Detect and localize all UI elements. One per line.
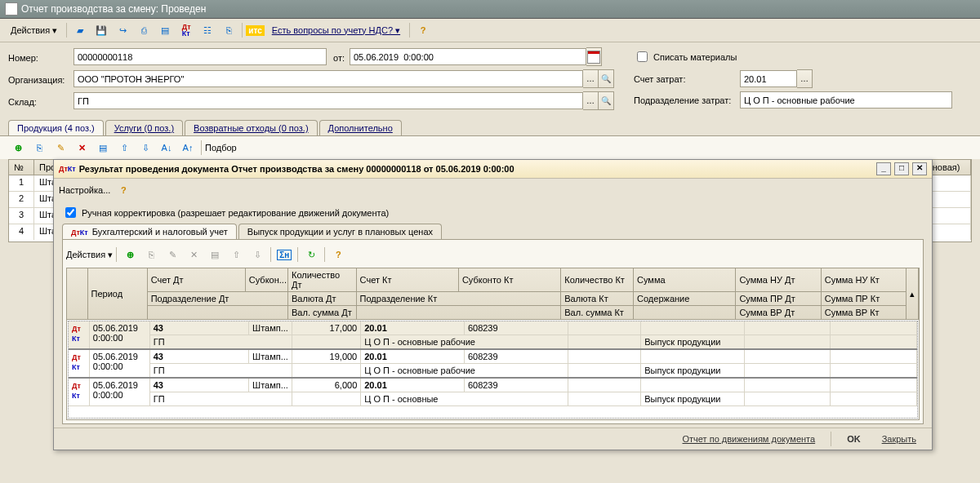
edit-row-button[interactable]: ✎ [51, 138, 70, 157]
dtkt-icon: ДтКт [71, 229, 88, 236]
link-button[interactable]: ⎘ [219, 20, 238, 40]
sort-asc-button[interactable]: A↓ [157, 138, 176, 157]
modal-edit-button[interactable]: ✎ [163, 245, 182, 264]
sort-desc-button[interactable]: A↑ [178, 138, 198, 157]
help-button-modal[interactable]: ? [114, 180, 133, 200]
number-field[interactable] [74, 48, 327, 65]
copy-row-button[interactable]: ⎘ [29, 138, 49, 157]
modal-add-button[interactable]: ⊕ [120, 245, 140, 264]
ok-button[interactable]: OK [840, 432, 868, 446]
col-vr-kt[interactable]: Сумма ВР Кт [821, 306, 906, 320]
title-text: Отчет производства за смену: Проведен [21, 3, 206, 15]
basis-button[interactable]: ▤ [155, 20, 175, 40]
date-field[interactable] [350, 48, 586, 65]
col-sum[interactable]: Сумма [634, 268, 736, 292]
modal-sum-button[interactable]: Σн [274, 245, 294, 264]
col-val-dt[interactable]: Валюта Дт [288, 292, 357, 306]
help-button[interactable]: ? [413, 20, 433, 40]
dept-field[interactable] [740, 91, 952, 109]
tab-extra[interactable]: Дополнительно [319, 120, 402, 135]
dtkt-button[interactable]: ДтКт [176, 20, 196, 40]
writeoff-label: Списать материалы [653, 52, 737, 62]
col-dept-dt[interactable]: Подразделение Дт [147, 292, 287, 306]
col-pr-dt[interactable]: Сумма ПР Дт [736, 292, 821, 306]
col-qty-dt[interactable]: Количество Дт [288, 268, 357, 292]
select-button[interactable]: Подбор [205, 143, 237, 153]
org-select-button[interactable]: … [583, 69, 599, 88]
struct-button[interactable]: ☷ [198, 20, 217, 40]
move-up-button[interactable]: ⇧ [114, 138, 134, 157]
tab-returns[interactable]: Возвратные отходы (0 поз.) [185, 120, 318, 135]
org-label: Организация: [8, 73, 74, 85]
save-button[interactable]: 💾 [91, 20, 111, 40]
tab-services[interactable]: Услуги (0 поз.) [105, 120, 183, 135]
col-pr-kt[interactable]: Сумма ПР Кт [821, 292, 906, 306]
result-title-text: Результат проведения документа Отчет про… [79, 164, 514, 174]
sklad-open-button[interactable]: 🔍 [599, 91, 614, 110]
close-button[interactable]: ✕ [912, 162, 927, 175]
main-tabs: Продукция (4 поз.) Услуги (0 поз.) Возвр… [0, 118, 980, 135]
col-val-kt[interactable]: Валюта Кт [561, 292, 634, 306]
dtkt-icon: ДтКт [72, 353, 81, 371]
modal-up-button[interactable]: ⇧ [226, 245, 246, 264]
modal-clear-button[interactable]: ▤ [205, 245, 225, 264]
print-button[interactable]: ⎙ [134, 20, 154, 40]
col-sub-kt[interactable]: Субконто Кт [458, 268, 560, 292]
writeoff-checkbox[interactable] [637, 51, 648, 62]
posting-row[interactable]: ДтКт 05.06.20190:00:00 43 Штамп... 6,000… [69, 378, 917, 392]
modal-actions-menu[interactable]: Действия ▾ [66, 250, 113, 260]
manual-edit-checkbox[interactable] [65, 207, 76, 218]
modal-help-button[interactable]: ? [328, 245, 348, 264]
posting-row[interactable]: ГП Ц О П - основные рабочие Выпуск проду… [69, 364, 917, 379]
col-vr-dt[interactable]: Сумма ВР Дт [736, 306, 821, 320]
posting-row[interactable]: ГП Ц О П - основные рабочие Выпуск проду… [69, 335, 917, 350]
col-kt[interactable]: Счет Кт [356, 268, 458, 292]
report-link[interactable]: Отчет по движениям документа [675, 432, 823, 446]
cost-account-select-button[interactable]: … [797, 69, 813, 88]
date-picker-button[interactable] [586, 47, 602, 66]
new-doc-button[interactable]: ▰ [70, 20, 90, 40]
modal-delete-button[interactable]: ✕ [184, 245, 203, 264]
org-open-button[interactable]: 🔍 [599, 69, 614, 88]
dtkt-icon: ДтКт [72, 325, 81, 343]
move-down-button[interactable]: ⇩ [136, 138, 155, 157]
col-nu-dt[interactable]: Сумма НУ Дт [736, 268, 821, 292]
modal-down-button[interactable]: ⇩ [247, 245, 267, 264]
col-nu-kt[interactable]: Сумма НУ Кт [821, 268, 906, 292]
modal-refresh-button[interactable]: ↻ [301, 245, 321, 264]
add-row-button[interactable]: ⊕ [8, 138, 28, 157]
cost-account-field[interactable] [740, 70, 797, 87]
tab-products[interactable]: Продукция (4 поз.) [8, 120, 104, 135]
col-qty-kt[interactable]: Количество Кт [561, 268, 634, 292]
dtkt-icon: ДтКт [72, 382, 81, 400]
delete-row-button[interactable]: ✕ [72, 138, 91, 157]
goto-button[interactable]: ↪ [113, 20, 132, 40]
posting-row[interactable]: ДтКт 05.06.20190:00:00 43 Штамп... 19,00… [69, 349, 917, 364]
clear-button[interactable]: ▤ [93, 138, 113, 157]
tab-accounting[interactable]: ДтКт Бухгалтерский и налоговый учет [62, 224, 237, 239]
scroll-up[interactable]: ▴ [906, 268, 919, 320]
posting-row[interactable]: ГП Ц О П - основные Выпуск продукции [69, 392, 917, 406]
col-vsum-kt[interactable]: Вал. сумма Кт [561, 306, 634, 320]
settings-menu[interactable]: Настройка... [59, 185, 110, 195]
modal-copy-button[interactable]: ⎘ [141, 245, 161, 264]
tab-output[interactable]: Выпуск продукции и услуг в плановых цена… [238, 224, 442, 239]
minimize-button[interactable]: _ [876, 162, 891, 175]
col-dept-kt[interactable]: Подразделение Кт [356, 292, 561, 306]
posting-row[interactable]: ДтКт 05.06.20190:00:00 43 Штамп... 17,00… [69, 321, 917, 335]
col-period[interactable]: Период [87, 268, 147, 320]
sklad-select-button[interactable]: … [583, 91, 599, 110]
sklad-field[interactable] [74, 92, 583, 109]
col-vsum-dt[interactable]: Вал. сумма Дт [288, 306, 357, 320]
actions-menu[interactable]: Действия ▾ [5, 23, 63, 38]
close-link[interactable]: Закрыть [875, 432, 924, 446]
col-desc[interactable]: Содержание [634, 292, 736, 306]
maximize-button[interactable]: □ [894, 162, 909, 175]
col-dt[interactable]: Счет Дт [147, 268, 245, 292]
col-sub-dt[interactable]: Субкон... [245, 268, 287, 292]
col-num[interactable]: № [9, 160, 34, 175]
org-field[interactable] [74, 70, 583, 87]
main-toolbar: Действия ▾ ▰ 💾 ↪ ⎙ ▤ ДтКт ☷ ⎘ итс Есть в… [0, 19, 980, 42]
nds-link[interactable]: Есть вопросы по учету НДС? ▾ [266, 23, 406, 38]
col-icon[interactable] [67, 268, 87, 320]
